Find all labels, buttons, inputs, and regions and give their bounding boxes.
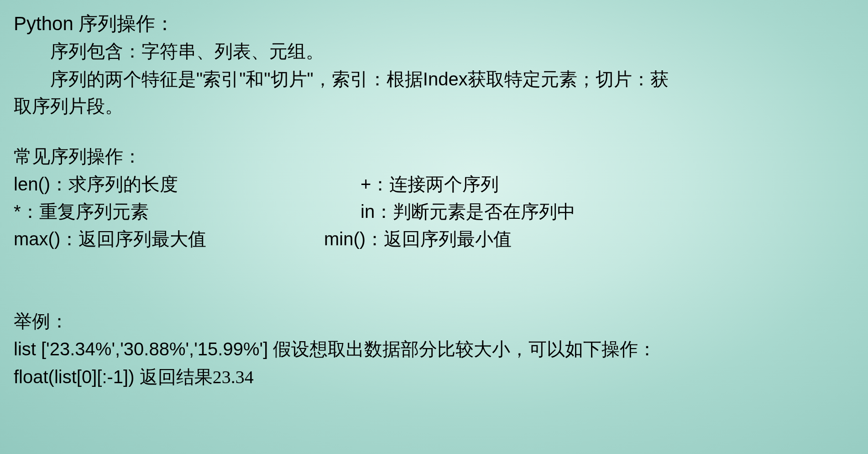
example-label: 举例： bbox=[14, 308, 854, 335]
example-text-1: 假设想取出数据部分比较大小，可以如下操作： bbox=[273, 339, 656, 359]
intro-line-3: 取序列片段。 bbox=[14, 93, 854, 120]
intro-line-2: 序列的两个特征是"索引"和"切片"，索引：根据Index获取特定元素；切片：获 bbox=[14, 65, 854, 93]
example-line-2: float(list[0][:-1]) 返回结果23.34 bbox=[14, 363, 854, 391]
example-line-1: list ['23.34%','30.88%','15.99%'] 假设想取出数… bbox=[14, 335, 854, 363]
example-code-2: float(list[0][:-1]) bbox=[14, 367, 140, 387]
op-row-3: max()：返回序列最大值 min()：返回序列最小值 bbox=[14, 225, 854, 253]
op-min: min()：返回序列最小值 bbox=[324, 225, 854, 253]
op-row-1: len()：求序列的长度 +：连接两个序列 bbox=[14, 170, 854, 198]
intro-line-1: 序列包含：字符串、列表、元组。 bbox=[14, 38, 854, 65]
heading-title: Python 序列操作： bbox=[14, 9, 854, 38]
example-code-1: list ['23.34%','30.88%','15.99%'] bbox=[14, 339, 273, 359]
op-plus: +：连接两个序列 bbox=[361, 170, 854, 198]
op-in: in：判断元素是否在序列中 bbox=[361, 198, 854, 225]
op-row-2: *：重复序列元素 in：判断元素是否在序列中 bbox=[14, 198, 854, 225]
ops-header: 常见序列操作： bbox=[14, 143, 854, 170]
op-min-code: min() bbox=[324, 229, 366, 249]
op-star: *：重复序列元素 bbox=[14, 198, 361, 225]
op-len: len()：求序列的长度 bbox=[14, 170, 361, 198]
op-min-text: ：返回序列最小值 bbox=[366, 229, 512, 249]
example-text-2: 返回结果23.34 bbox=[140, 367, 254, 387]
op-max: max()：返回序列最大值 bbox=[14, 225, 361, 253]
